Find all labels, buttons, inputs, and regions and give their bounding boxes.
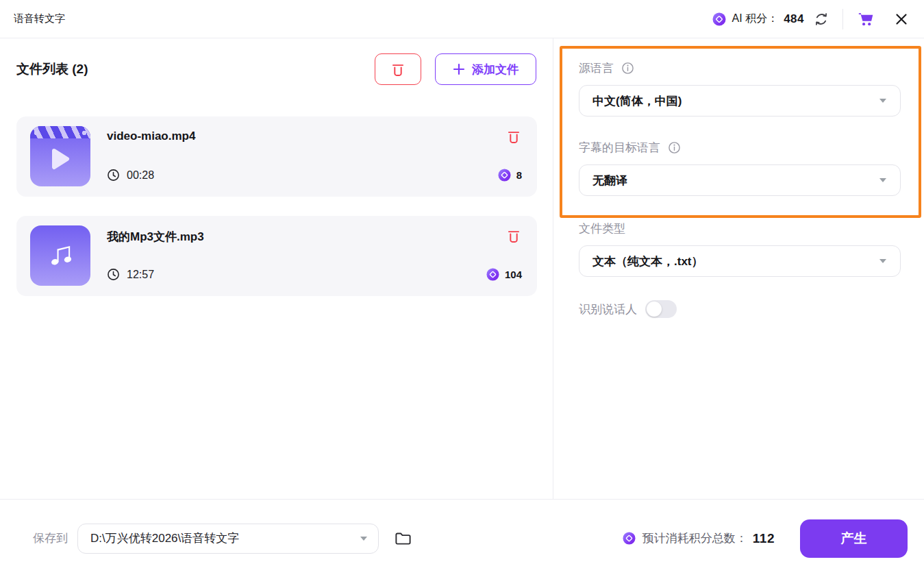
file-list-panel: 文件列表 (2) 添加文件 (0, 38, 553, 499)
delete-file-button[interactable] (505, 128, 522, 145)
file-duration: 00:28 (127, 169, 154, 182)
refresh-icon (814, 12, 829, 27)
speaker-recognition-label: 识别说话人 (579, 302, 637, 317)
header-divider (842, 9, 843, 29)
file-duration-row: 00:28 (107, 169, 498, 182)
file-type-label-row: 文件类型 (579, 221, 924, 236)
target-language-value: 无翻译 (592, 173, 627, 188)
store-cart-button[interactable] (857, 11, 875, 27)
credit-coin-icon (623, 532, 636, 545)
info-icon[interactable] (668, 141, 681, 154)
file-credit-value: 104 (505, 269, 522, 280)
add-file-label: 添加文件 (472, 62, 519, 77)
main-area: 文件列表 (2) 添加文件 (0, 38, 924, 499)
trash-icon (390, 61, 406, 77)
file-row-video[interactable]: video-miao.mp4 00:28 (16, 116, 537, 197)
target-language-label: 字幕的目标语言 (579, 140, 660, 156)
play-icon (50, 147, 71, 171)
chevron-down-icon (360, 536, 368, 541)
ai-credits-label: AI 积分： (732, 12, 779, 26)
credit-coin-icon (486, 268, 499, 281)
estimate-credits-value: 112 (753, 531, 775, 546)
trash-icon (505, 228, 522, 244)
video-thumbnail-icon (30, 126, 90, 186)
source-language-label: 源语言 (579, 60, 614, 76)
file-duration-row: 12:57 (107, 268, 486, 281)
file-credit-cost: 8 (498, 169, 522, 182)
target-language-select[interactable]: 无翻译 (579, 164, 901, 196)
save-path-value: D:\万兴优转2026\语音转文字 (90, 530, 239, 546)
file-credit-value: 8 (516, 169, 522, 181)
generate-button[interactable]: 产生 (800, 519, 908, 558)
trash-icon (505, 128, 522, 145)
chevron-down-icon (879, 258, 887, 264)
save-path-select[interactable]: D:\万兴优转2026\语音转文字 (77, 524, 379, 554)
bottom-bar: 保存到 D:\万兴优转2026\语音转文字 预计消耗积分总数： 112 产生 (0, 499, 924, 577)
file-info: 我的Mp3文件.mp3 12:57 (107, 225, 486, 286)
clock-icon (107, 268, 120, 281)
estimate-credits-label: 预计消耗积分总数： (642, 530, 747, 546)
refresh-credits-button[interactable] (814, 12, 829, 27)
file-list-title: 文件列表 (2) (16, 60, 88, 78)
file-row-audio[interactable]: 我的Mp3文件.mp3 12:57 (16, 216, 537, 296)
file-type-value: 文本（纯文本，.txt） (592, 254, 703, 269)
source-language-value: 中文(简体，中国) (592, 93, 682, 109)
target-language-label-row: 字幕的目标语言 (579, 140, 924, 156)
delete-file-button[interactable] (505, 228, 522, 244)
add-file-button[interactable]: 添加文件 (435, 53, 536, 85)
file-name: video-miao.mp4 (107, 130, 498, 143)
music-note-icon (46, 241, 75, 270)
close-window-button[interactable] (894, 12, 909, 27)
clock-icon (107, 169, 120, 182)
delete-all-button[interactable] (375, 53, 421, 85)
source-language-label-row: 源语言 (579, 60, 924, 76)
speaker-recognition-toggle[interactable] (645, 300, 677, 318)
save-to-label: 保存到 (33, 530, 68, 546)
chevron-down-icon (879, 177, 887, 183)
open-folder-button[interactable] (394, 529, 412, 548)
shopping-cart-icon (857, 11, 875, 27)
file-list-header: 文件列表 (2) 添加文件 (16, 53, 536, 85)
title-bar: 语音转文字 AI 积分： 484 (0, 0, 924, 38)
file-actions: 8 (498, 126, 522, 186)
header-controls: AI 积分： 484 (712, 9, 909, 29)
settings-panel: 源语言 中文(简体，中国) 字幕的目标语言 无翻译 文件类型 (553, 38, 924, 499)
folder-icon (394, 529, 412, 548)
file-actions: 104 (486, 225, 522, 286)
speaker-recognition-row: 识别说话人 (579, 300, 924, 318)
plus-icon (453, 63, 465, 75)
audio-thumbnail-icon (30, 225, 90, 286)
ai-credit-coin-icon (712, 12, 726, 26)
file-info: video-miao.mp4 00:28 (107, 126, 498, 186)
info-icon[interactable] (621, 62, 634, 75)
ai-credits-value: 484 (784, 12, 804, 26)
file-duration: 12:57 (127, 269, 154, 281)
file-name: 我的Mp3文件.mp3 (107, 229, 486, 245)
file-type-label: 文件类型 (579, 221, 625, 236)
chevron-down-icon (879, 98, 887, 103)
footer-right: 预计消耗积分总数： 112 产生 (623, 519, 908, 558)
file-credit-cost: 104 (486, 268, 522, 281)
close-icon (894, 12, 909, 27)
credit-coin-icon (498, 169, 511, 182)
file-type-select[interactable]: 文本（纯文本，.txt） (579, 245, 901, 277)
page-title: 语音转文字 (14, 12, 65, 25)
source-language-select[interactable]: 中文(简体，中国) (579, 85, 901, 116)
